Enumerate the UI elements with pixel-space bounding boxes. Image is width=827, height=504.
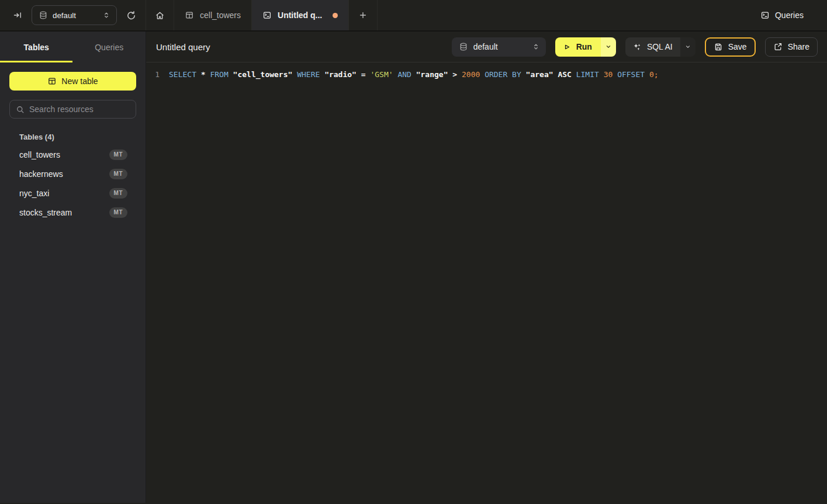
share-button-label: Share: [788, 42, 809, 51]
sql-token: [196, 70, 201, 79]
sql-token: [521, 70, 526, 79]
sql-token: [411, 70, 416, 79]
run-button-label: Run: [576, 42, 592, 51]
tables-list: cell_towers MT hackernews MT nyc_taxi MT…: [0, 145, 146, 222]
topbar: default: [0, 0, 827, 32]
database-icon: [39, 11, 48, 20]
sidebar-tab-queries[interactable]: Queries: [73, 32, 146, 62]
chevron-up-down-icon: [532, 43, 540, 51]
sql-ai-button-main[interactable]: SQL AI: [625, 37, 680, 57]
new-tab-button[interactable]: [349, 0, 378, 30]
refresh-button[interactable]: [124, 8, 139, 23]
collapse-sidebar-button[interactable]: [11, 8, 25, 22]
new-table-button[interactable]: New table: [9, 72, 136, 91]
table-engine-badge: MT: [109, 207, 127, 218]
sql-token: 0: [649, 70, 654, 79]
sql-token: WHERE: [297, 70, 320, 79]
tab-cell-towers[interactable]: cell_towers: [174, 0, 252, 30]
sql-editor[interactable]: 1 SELECT * FROM "cell_towers" WHERE "rad…: [146, 62, 827, 503]
toolbar-database-value: default: [473, 42, 527, 51]
sql-token: ORDER BY: [485, 70, 521, 79]
sparkles-icon: [632, 42, 642, 51]
table-engine-badge: MT: [109, 150, 127, 160]
sql-token: "cell_towers": [233, 70, 293, 79]
tab-untitled-query[interactable]: Untitled q...: [252, 0, 349, 30]
table-list-item[interactable]: hackernews MT: [0, 164, 146, 183]
sql-ai-button-label: SQL AI: [647, 42, 673, 51]
run-options-caret[interactable]: [601, 37, 616, 57]
search-input[interactable]: [29, 105, 135, 114]
chevron-down-icon: [605, 43, 612, 50]
tab-label: Untitled q...: [278, 11, 322, 20]
sidebar-tabs: Tables Queries: [0, 32, 146, 62]
sql-token: 30: [604, 70, 613, 79]
sql-token: [229, 70, 233, 79]
sql-ai-options-caret[interactable]: [680, 37, 695, 57]
sql-token: 2000: [462, 70, 480, 79]
sql-ai-button[interactable]: SQL AI: [625, 37, 695, 57]
toolbar-database-selector[interactable]: default: [452, 37, 546, 57]
search-box[interactable]: [9, 100, 136, 119]
sql-token: [480, 70, 485, 79]
sql-token: [613, 70, 617, 79]
table-name: nyc_taxi: [19, 189, 49, 198]
save-button-label: Save: [728, 42, 747, 51]
sidebar: Tables Queries New table Tables (4): [0, 32, 146, 503]
sql-token: FROM: [210, 70, 228, 79]
sql-token: [357, 70, 361, 79]
tab-label: cell_towers: [200, 11, 241, 20]
tab-home[interactable]: [146, 0, 174, 30]
database-icon: [459, 42, 468, 51]
tables-section-title: Tables (4): [0, 133, 146, 145]
run-button-main[interactable]: Run: [555, 37, 601, 57]
sql-token: "range": [416, 70, 448, 79]
toolbar-actions: default Run: [452, 37, 818, 57]
unsaved-changes-dot: [333, 13, 338, 18]
topbar-database-value: default: [53, 11, 98, 20]
save-button[interactable]: Save: [705, 37, 756, 57]
sql-token: *: [201, 70, 206, 79]
chevron-down-icon: [684, 43, 691, 50]
sql-token: OFFSET: [617, 70, 645, 79]
queries-button-label: Queries: [775, 11, 804, 20]
sidebar-tab-tables[interactable]: Tables: [0, 32, 73, 62]
run-button[interactable]: Run: [555, 37, 616, 57]
chevron-up-down-icon: [102, 11, 110, 19]
sql-token: 'GSM': [370, 70, 393, 79]
query-toolbar: Untitled query default: [146, 32, 827, 62]
tabbar: cell_towers Untitled q...: [146, 0, 751, 30]
share-button[interactable]: Share: [765, 37, 818, 57]
floppy-icon: [714, 42, 723, 51]
sql-token: "area": [526, 70, 553, 79]
sql-token: SELECT: [169, 70, 196, 79]
table-icon: [47, 77, 57, 86]
table-list-item[interactable]: stocks_stream MT: [0, 203, 146, 222]
table-list-item[interactable]: nyc_taxi MT: [0, 183, 146, 203]
sql-token: [292, 70, 297, 79]
plus-icon: [358, 11, 368, 20]
sql-token: [572, 70, 576, 79]
sql-token: [599, 70, 604, 79]
sql-token: AND: [397, 70, 411, 79]
refresh-icon: [126, 11, 136, 20]
main-panel: Untitled query default: [146, 32, 827, 503]
editor-line-number: 1: [146, 68, 160, 503]
sql-token: "radio": [324, 70, 357, 79]
table-icon: [185, 11, 194, 20]
queries-button[interactable]: Queries: [751, 0, 827, 30]
table-engine-badge: MT: [109, 169, 127, 179]
new-table-button-label: New table: [61, 77, 98, 86]
content: Tables Queries New table Tables (4): [0, 32, 827, 503]
collapse-sidebar-icon: [13, 11, 22, 20]
sql-token: ;: [654, 70, 659, 79]
terminal-icon: [262, 11, 272, 20]
sql-token: [645, 70, 649, 79]
sql-code-line[interactable]: SELECT * FROM "cell_towers" WHERE "radio…: [160, 68, 659, 503]
topbar-database-selector[interactable]: default: [32, 5, 117, 25]
page-title: Untitled query: [156, 42, 210, 52]
sql-token: ASC: [558, 70, 571, 79]
share-icon: [773, 42, 783, 51]
search-icon: [16, 105, 25, 114]
table-list-item[interactable]: cell_towers MT: [0, 145, 146, 164]
terminal-icon: [760, 11, 770, 20]
